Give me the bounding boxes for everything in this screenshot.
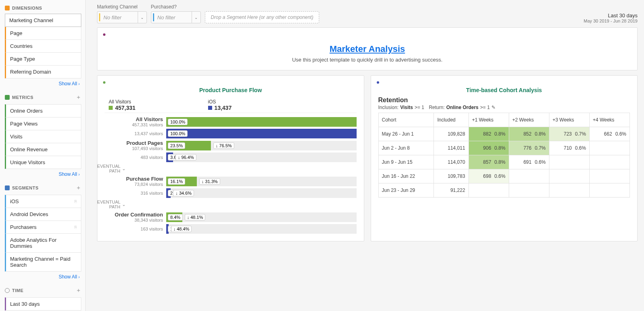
- flow-step: Purchase Flow73,824 visitors 16.1% ↓ 31.…: [105, 176, 357, 187]
- cohort-panel: Time-based Cohort Analysis Retention Inc…: [371, 75, 638, 241]
- flow-bar-track[interactable]: 1.2% ↓ 48.4%: [166, 224, 357, 234]
- project-subtitle: Use this project template to quickly dri…: [105, 57, 630, 63]
- panel-handle-icon[interactable]: [103, 81, 105, 84]
- chevron-right-icon: ›: [78, 172, 80, 177]
- dimension-item[interactable]: Marketing Channel: [5, 14, 81, 27]
- dropoff-badge: ↓ 48.1%: [185, 214, 206, 220]
- cohort-header[interactable]: +2 Weeks: [509, 113, 549, 127]
- workspace-canvas: Marketing Channel No filter ⌄ Purchased?…: [86, 0, 644, 311]
- cohort-header[interactable]: +1 Weeks: [469, 113, 509, 127]
- metric-item[interactable]: Online Revenue: [5, 143, 81, 156]
- chevron-down-icon: ⌄: [122, 202, 126, 207]
- chevron-down-icon: ⌄: [138, 12, 147, 23]
- retention-criteria: Inclusion: Visits >= 1 Return: Online Or…: [378, 105, 630, 110]
- metric-item[interactable]: Unique Visitors: [5, 156, 81, 169]
- filter-marketing-channel[interactable]: No filter ⌄: [97, 11, 147, 23]
- legend-a-name: All Visitors: [109, 99, 136, 105]
- flow-panel: Product Purchase Flow All Visitors 457,3…: [97, 75, 364, 241]
- add-time-button[interactable]: ＋: [76, 287, 81, 294]
- dimension-item[interactable]: Page: [5, 27, 81, 40]
- metrics-label: METRICS: [12, 95, 33, 100]
- dropoff-badge: ↓ 96.4%: [175, 154, 196, 161]
- cohort-header[interactable]: Cohort: [378, 113, 434, 127]
- metric-item[interactable]: Visits: [5, 130, 81, 143]
- legend-swatch-blue: [208, 106, 212, 110]
- app-root: DIMENSIONS Marketing ChannelPageCountrie…: [0, 0, 644, 311]
- metric-item[interactable]: Page Views: [5, 117, 81, 130]
- dimensions-label: DIMENSIONS: [12, 6, 42, 10]
- flow-step-secondary: 163 visitors 1.2% ↓ 48.4%: [105, 224, 357, 234]
- table-row: Jun 23 - Jun 2991,222: [378, 183, 630, 198]
- legend-b-name: iOS: [208, 99, 232, 105]
- dimension-item[interactable]: Page Type: [5, 53, 81, 66]
- panel-row: Product Purchase Flow All Visitors 457,3…: [97, 75, 638, 246]
- segment-item[interactable]: Marketing Channel = Paid Search: [5, 253, 81, 272]
- flow-bar-track[interactable]: 100.0%: [166, 117, 357, 127]
- chevron-right-icon: ›: [78, 82, 80, 86]
- dimensions-section: DIMENSIONS Marketing ChannelPageCountrie…: [5, 4, 81, 90]
- flow-step: Product Pages107,493 visitors 23.5% ↓ 76…: [105, 140, 357, 151]
- dropoff-badge: ↓ 31.3%: [199, 178, 220, 185]
- show-all-metrics[interactable]: Show All›: [59, 171, 80, 177]
- segment-dropzone[interactable]: Drop a Segment Here (or any other compon…: [205, 11, 320, 23]
- dropoff-badge: ↓ 34.6%: [173, 190, 194, 196]
- eventual-path-toggle[interactable]: EVENTUAL PATH ⌄: [105, 164, 262, 173]
- flow-bar-track[interactable]: 3.6% ↓ 96.4%: [166, 152, 357, 162]
- dimensions-icon: [5, 6, 10, 10]
- cohort-header[interactable]: +4 Weeks: [589, 113, 630, 127]
- flow-step-secondary: 13,437 visitors 100.0%: [105, 129, 357, 138]
- flow-panel-title: Product Purchase Flow: [105, 87, 357, 93]
- time-label: TIME: [12, 288, 23, 293]
- dimension-item[interactable]: Countries: [5, 40, 81, 53]
- tag-icon: ⎘: [74, 225, 77, 229]
- add-segment-button[interactable]: ＋: [76, 184, 81, 192]
- segments-icon: [5, 185, 10, 190]
- header-panel: Marketer Analysis Use this project templ…: [97, 27, 638, 70]
- segments-section: SEGMENTS ＋ iOS⎘Android DevicesPurchasers…: [5, 183, 81, 283]
- edit-icon[interactable]: ✎: [491, 105, 495, 110]
- flow-bar-track[interactable]: 2.4% ↓ 34.6%: [166, 188, 357, 198]
- flow-legend: All Visitors 457,331 iOS 13,437: [105, 97, 357, 113]
- flow-bar-track[interactable]: 8.4% ↓ 48.1%: [166, 212, 357, 222]
- cohort-table: CohortIncluded+1 Weeks+2 Weeks+3 Weeks+4…: [378, 113, 630, 198]
- segment-item[interactable]: Purchasers⎘: [5, 221, 81, 234]
- segment-item[interactable]: Android Devices: [5, 208, 81, 221]
- panel-handle-icon[interactable]: [377, 81, 379, 84]
- chevron-down-icon: ⌄: [122, 166, 126, 171]
- filter1-label: Marketing Channel: [97, 4, 147, 10]
- flow-step-secondary: 316 visitors 2.4% ↓ 34.6%: [105, 188, 357, 198]
- table-row: May 26 - Jun 1109,8288820.8%8520.8%7230.…: [378, 127, 630, 141]
- project-title-link[interactable]: Marketer Analysis: [330, 44, 405, 54]
- filter2-label: Purchased?: [151, 4, 201, 10]
- legend-swatch-green: [109, 106, 113, 110]
- add-metric-button[interactable]: ＋: [76, 94, 81, 101]
- cohort-header[interactable]: +3 Weeks: [549, 113, 589, 127]
- chevron-right-icon: ›: [78, 275, 80, 279]
- cohort-header[interactable]: Included: [434, 113, 469, 127]
- flow-bar-track[interactable]: 23.5% ↓ 76.5%: [166, 141, 357, 150]
- retention-heading: Retention: [378, 97, 630, 104]
- time-section: TIME ＋ Last 30 days: [5, 285, 81, 311]
- table-row: Jun 16 - Jun 22109,7836980.6%: [378, 169, 630, 183]
- flow-bar-track[interactable]: 16.1% ↓ 31.3%: [166, 177, 357, 186]
- segments-label: SEGMENTS: [12, 185, 39, 190]
- panel-handle-icon[interactable]: [103, 33, 105, 36]
- clock-icon: [5, 288, 10, 293]
- flow-bar-track[interactable]: 100.0%: [166, 129, 357, 138]
- date-range-picker[interactable]: Last 30 days May 30 2019 - Jun 28 2019: [584, 12, 638, 23]
- flow-step: Order Confirmation38,343 visitors 8.4% ↓…: [105, 212, 357, 222]
- segment-item[interactable]: iOS⎘: [5, 195, 81, 208]
- dropoff-badge: ↓ 48.4%: [171, 226, 192, 232]
- dimension-item[interactable]: Referring Domain: [5, 66, 81, 78]
- time-item[interactable]: Last 30 days: [5, 297, 81, 311]
- metric-item[interactable]: Online Orders: [5, 104, 81, 117]
- components-sidebar: DIMENSIONS Marketing ChannelPageCountrie…: [0, 0, 86, 311]
- metrics-icon: [5, 95, 10, 100]
- show-all-dimensions[interactable]: Show All›: [59, 81, 80, 87]
- eventual-path-toggle[interactable]: EVENTUAL PATH ⌄: [105, 200, 262, 209]
- show-all-segments[interactable]: Show All›: [59, 274, 80, 280]
- segment-item[interactable]: Adobe Analytics For Dummies: [5, 234, 81, 253]
- table-row: Jun 2 - Jun 8114,0119060.8%7760.7%7100.6…: [378, 141, 630, 155]
- filter-purchased[interactable]: No filter ⌄: [151, 11, 201, 23]
- cohort-panel-title: Time-based Cohort Analysis: [378, 87, 630, 93]
